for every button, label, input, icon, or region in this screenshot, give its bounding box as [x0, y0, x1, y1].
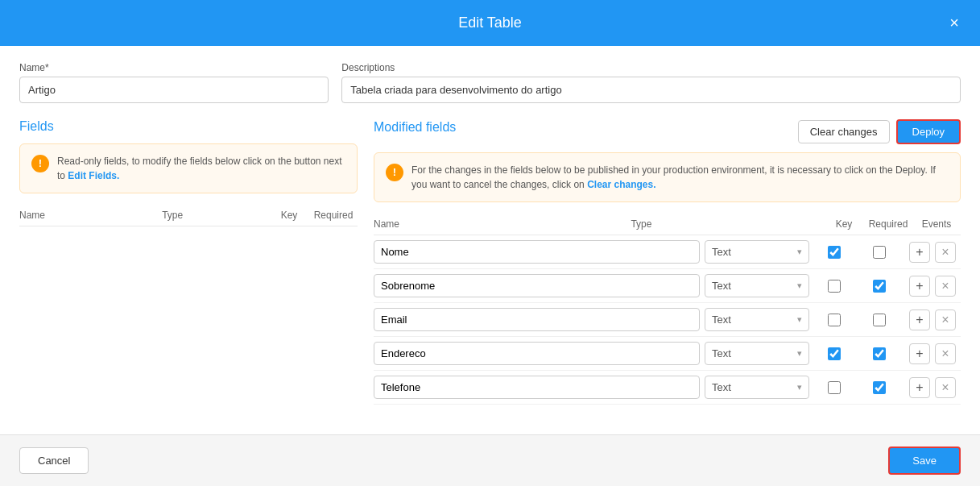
field-row-email: Text ▾ +: [374, 303, 961, 337]
required-cell-email: [859, 314, 899, 326]
name-label: Name*: [19, 62, 329, 73]
actions-endereco: + ×: [904, 343, 961, 364]
fields-alert-icon: !: [31, 155, 49, 172]
desc-input[interactable]: [341, 77, 961, 103]
actions-email: + ×: [904, 309, 961, 330]
modified-alert-icon: !: [386, 164, 403, 181]
field-row-nome: Text ▾ +: [374, 235, 961, 269]
col-header-required: Required: [309, 210, 358, 221]
modified-header: Modified fields Clear changes Deploy: [374, 119, 961, 144]
key-cell-nome: [814, 246, 854, 259]
save-button[interactable]: Save: [888, 447, 961, 475]
modified-panel-title: Modified fields: [374, 120, 456, 135]
deploy-button[interactable]: Deploy: [896, 119, 961, 144]
fields-table-header: Name Type Key Required: [19, 205, 358, 226]
required-checkbox-telefone[interactable]: [873, 381, 886, 394]
mod-col-required: Required: [864, 218, 912, 230]
key-checkbox-nome[interactable]: [828, 246, 841, 259]
field-name-nome[interactable]: [374, 240, 700, 264]
field-row-telefone: Text ▾ +: [374, 371, 961, 405]
field-type-endereco[interactable]: Text ▾: [705, 342, 809, 365]
mod-col-events: Events: [912, 218, 961, 230]
modified-alert-box: ! For the changes in the fields below to…: [374, 152, 961, 202]
modified-panel: Modified fields Clear changes Deploy ! F…: [374, 119, 961, 434]
clear-changes-button[interactable]: Clear changes: [798, 120, 890, 143]
remove-sobrenome[interactable]: ×: [935, 276, 956, 297]
field-name-telefone[interactable]: [374, 376, 700, 399]
fields-panel-title: Fields: [19, 119, 358, 134]
plus-icon-3: +: [916, 313, 923, 327]
remove-endereco[interactable]: ×: [935, 343, 956, 364]
chevron-down-icon-5: ▾: [797, 382, 802, 393]
add-event-telefone[interactable]: +: [909, 377, 930, 398]
required-cell-nome: [859, 246, 899, 259]
field-type-telefone[interactable]: Text ▾: [705, 376, 809, 399]
remove-nome[interactable]: ×: [935, 242, 956, 263]
required-checkbox-email[interactable]: [873, 314, 886, 326]
required-cell-sobrenome: [859, 280, 899, 293]
field-row-sobrenome: Text ▾ +: [374, 269, 961, 303]
close-icon: ×: [949, 14, 959, 32]
desc-label: Descriptions: [341, 62, 961, 73]
times-icon-2: ×: [941, 279, 949, 293]
add-event-nome[interactable]: +: [909, 242, 930, 263]
plus-icon-5: +: [916, 380, 923, 395]
field-name-sobrenome[interactable]: [374, 274, 700, 297]
required-cell-endereco: [859, 347, 899, 360]
modal-body: Name* Descriptions Fields !: [0, 46, 980, 434]
times-icon: ×: [941, 245, 949, 260]
modal-title: Edit Table: [458, 15, 522, 31]
plus-icon: +: [916, 245, 923, 260]
key-checkbox-telefone[interactable]: [828, 381, 841, 394]
form-row: Name* Descriptions: [19, 62, 961, 103]
add-event-email[interactable]: +: [909, 309, 930, 330]
edit-fields-link[interactable]: Edit Fields.: [68, 170, 119, 181]
key-cell-telefone: [814, 381, 854, 394]
remove-email[interactable]: ×: [935, 309, 956, 330]
name-input[interactable]: [19, 77, 329, 103]
field-type-nome[interactable]: Text ▾: [705, 240, 809, 264]
actions-telefone: + ×: [904, 377, 961, 398]
fields-panel: Fields ! Read-only fields, to modify the…: [19, 119, 374, 434]
chevron-down-icon: ▾: [797, 247, 802, 257]
key-cell-sobrenome: [814, 280, 854, 293]
name-group: Name*: [19, 62, 329, 103]
required-checkbox-sobrenome[interactable]: [873, 280, 886, 293]
field-type-sobrenome[interactable]: Text ▾: [705, 274, 809, 297]
clear-changes-link[interactable]: Clear changes.: [587, 179, 655, 190]
col-header-name: Name: [19, 210, 162, 221]
cancel-button[interactable]: Cancel: [19, 447, 89, 474]
field-name-endereco[interactable]: [374, 342, 700, 365]
edit-table-modal: Edit Table × Name* Descriptions: [0, 0, 980, 486]
exclamation-icon-2: !: [393, 164, 396, 181]
key-checkbox-email[interactable]: [828, 314, 841, 326]
modal-footer: Cancel Save: [0, 434, 980, 486]
modified-header-buttons: Clear changes Deploy: [798, 119, 961, 144]
close-button[interactable]: ×: [943, 12, 966, 35]
times-icon-3: ×: [941, 313, 949, 327]
plus-icon-2: +: [916, 279, 923, 293]
field-row-endereco: Text ▾ +: [374, 337, 961, 371]
field-name-email[interactable]: [374, 308, 700, 331]
modified-fields-scroll: Text ▾ +: [374, 235, 961, 434]
key-checkbox-sobrenome[interactable]: [828, 280, 841, 293]
desc-group: Descriptions: [341, 62, 961, 103]
chevron-down-icon-3: ▾: [797, 314, 802, 325]
panels-row: Fields ! Read-only fields, to modify the…: [19, 119, 961, 434]
add-event-sobrenome[interactable]: +: [909, 276, 930, 297]
key-checkbox-endereco[interactable]: [828, 347, 841, 360]
actions-sobrenome: + ×: [904, 276, 961, 297]
fields-alert: ! Read-only fields, to modify the fields…: [19, 143, 358, 193]
modal-overlay: Edit Table × Name* Descriptions: [0, 0, 980, 486]
required-cell-telefone: [859, 381, 899, 394]
required-checkbox-nome[interactable]: [873, 246, 886, 259]
mod-col-type: Type: [631, 218, 824, 230]
mod-col-name: Name: [374, 218, 631, 230]
field-type-email[interactable]: Text ▾: [705, 308, 809, 331]
required-checkbox-endereco[interactable]: [873, 347, 886, 360]
add-event-endereco[interactable]: +: [909, 343, 930, 364]
times-icon-5: ×: [941, 380, 949, 395]
remove-telefone[interactable]: ×: [935, 377, 956, 398]
col-header-type: Type: [162, 210, 269, 221]
chevron-down-icon-2: ▾: [797, 280, 802, 291]
